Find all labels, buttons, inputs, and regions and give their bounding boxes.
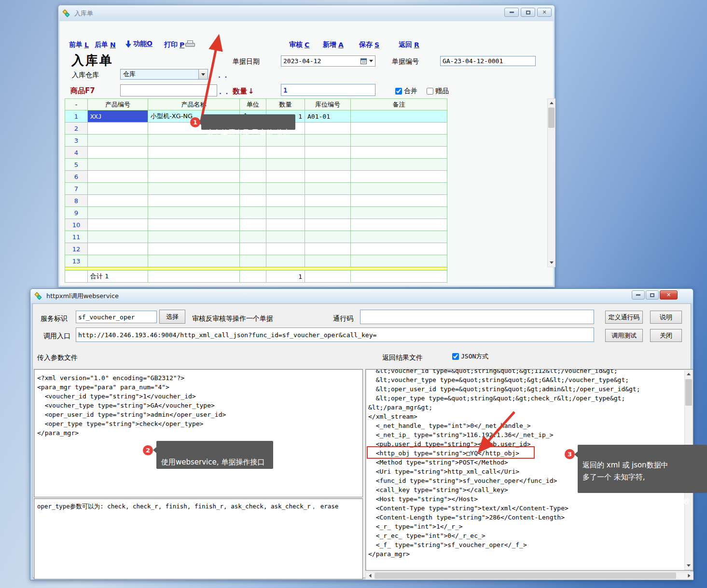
table-scrollbar[interactable] — [547, 98, 555, 267]
scroll-left-button[interactable] — [366, 572, 374, 579]
warehouse-combo[interactable]: 仓库 — [120, 69, 208, 80]
unit-cell[interactable] — [240, 231, 266, 243]
product-name-cell[interactable] — [148, 243, 240, 255]
row-number-cell[interactable]: 9 — [65, 207, 88, 219]
row-number-cell[interactable]: 8 — [65, 195, 88, 207]
toolbar-print-button[interactable]: 打印P — [164, 41, 184, 49]
table-row[interactable]: 8 — [65, 195, 447, 207]
scroll-down-button[interactable] — [685, 561, 693, 570]
entry-point-input[interactable] — [76, 328, 594, 342]
table-row[interactable]: 6 — [65, 171, 447, 183]
help-button[interactable]: 说明 — [650, 311, 682, 324]
loc-cell[interactable] — [305, 195, 351, 207]
scrollbar-thumb[interactable] — [685, 379, 692, 406]
table-row[interactable]: 5 — [65, 159, 447, 171]
close-button[interactable]: ✕ — [660, 290, 678, 300]
product-code-cell[interactable] — [88, 171, 148, 183]
qty-cell[interactable] — [266, 195, 305, 207]
table-row[interactable]: 9 — [65, 207, 447, 219]
product-name-cell[interactable] — [148, 183, 240, 195]
loc-cell[interactable] — [305, 243, 351, 255]
loc-cell[interactable] — [305, 135, 351, 147]
scroll-right-button[interactable] — [685, 572, 693, 579]
loc-cell[interactable] — [305, 207, 351, 219]
json-checkbox-input[interactable] — [452, 353, 459, 360]
loc-cell[interactable] — [305, 183, 351, 195]
loc-cell[interactable] — [305, 255, 351, 267]
calendar-icon[interactable] — [360, 58, 367, 64]
result-hscrollbar[interactable] — [365, 572, 693, 580]
warehouse-dropdown-button[interactable] — [198, 69, 208, 79]
product-code-cell[interactable] — [88, 123, 148, 135]
loc-cell[interactable] — [305, 219, 351, 231]
qty-cell[interactable] — [266, 207, 305, 219]
qty-input[interactable] — [281, 84, 375, 96]
restore-button[interactable] — [646, 290, 659, 300]
note-cell[interactable] — [351, 135, 447, 147]
col-header-note[interactable]: 备注 — [351, 99, 447, 110]
table-row[interactable]: 4 — [65, 147, 447, 159]
scroll-down-button[interactable] — [548, 259, 555, 267]
note-cell[interactable] — [351, 171, 447, 183]
qty-cell[interactable] — [266, 159, 305, 171]
table-row[interactable]: 12 — [65, 243, 447, 255]
unit-cell[interactable] — [240, 207, 266, 219]
toolbar-check-button[interactable]: 审核C — [289, 41, 309, 49]
product-name-cell[interactable] — [148, 207, 240, 219]
warehouse-browse-dots[interactable]: . . — [218, 72, 228, 79]
date-dropdown-icon[interactable] — [369, 60, 373, 62]
loc-cell[interactable] — [305, 147, 351, 159]
unit-cell[interactable] — [240, 243, 266, 255]
json-mode-checkbox[interactable]: JSON方式 — [452, 352, 488, 361]
row-number-cell[interactable]: 11 — [65, 231, 88, 243]
note-cell[interactable] — [351, 159, 447, 171]
qty-cell[interactable] — [266, 147, 305, 159]
col-header-minus[interactable]: - — [65, 99, 88, 110]
note-cell[interactable] — [351, 255, 447, 267]
note-cell[interactable] — [351, 183, 447, 195]
oper-type-note-pane[interactable]: oper_type参数可以为: check, check_r, finish, … — [34, 498, 363, 579]
unit-cell[interactable] — [240, 183, 266, 195]
col-header-code[interactable]: 产品编号 — [88, 99, 148, 110]
restore-button[interactable] — [521, 8, 535, 17]
row-number-cell[interactable]: 10 — [65, 219, 88, 231]
scrollbar-thumb[interactable] — [548, 108, 555, 128]
col-header-loc[interactable]: 库位编号 — [305, 99, 351, 110]
product-code-cell[interactable] — [88, 243, 148, 255]
loc-cell[interactable] — [305, 159, 351, 171]
product-code-cell[interactable] — [88, 135, 148, 147]
row-number-cell[interactable]: 5 — [65, 159, 88, 171]
passcode-input[interactable] — [360, 310, 594, 324]
note-cell[interactable] — [351, 110, 447, 123]
loc-cell[interactable] — [305, 231, 351, 243]
unit-cell[interactable] — [240, 159, 266, 171]
table-row[interactable]: 11 — [65, 231, 447, 243]
merge-checkbox[interactable]: 合并 — [395, 87, 417, 96]
toolbar-next-button[interactable]: 后单N — [95, 41, 116, 49]
product-browse-dots[interactable]: . . — [219, 88, 229, 96]
gift-checkbox[interactable]: 赠品 — [427, 87, 449, 96]
product-code-cell[interactable] — [88, 183, 148, 195]
product-code-cell[interactable] — [88, 147, 148, 159]
qty-cell[interactable] — [266, 219, 305, 231]
product-name-cell[interactable] — [148, 255, 240, 267]
scroll-up-button[interactable] — [685, 370, 693, 378]
loc-cell[interactable] — [305, 171, 351, 183]
note-cell[interactable] — [351, 231, 447, 243]
product-name-cell[interactable] — [148, 171, 240, 183]
qty-cell[interactable] — [266, 183, 305, 195]
row-number-cell[interactable]: 3 — [65, 135, 88, 147]
qty-cell[interactable] — [266, 243, 305, 255]
product-input[interactable] — [120, 84, 217, 96]
close-button[interactable]: ✕ — [537, 8, 552, 17]
product-name-cell[interactable] — [148, 147, 240, 159]
toolbar-back-button[interactable]: 返回R — [399, 41, 419, 49]
product-code-cell[interactable] — [88, 207, 148, 219]
loc-cell[interactable] — [305, 123, 351, 135]
col-header-name[interactable]: 产品名称 — [148, 99, 240, 110]
note-cell[interactable] — [351, 243, 447, 255]
product-code-cell[interactable] — [88, 231, 148, 243]
minimize-button[interactable] — [504, 8, 519, 17]
row-number-cell[interactable]: 6 — [65, 171, 88, 183]
toolbar-prev-button[interactable]: 前单L — [69, 41, 89, 49]
